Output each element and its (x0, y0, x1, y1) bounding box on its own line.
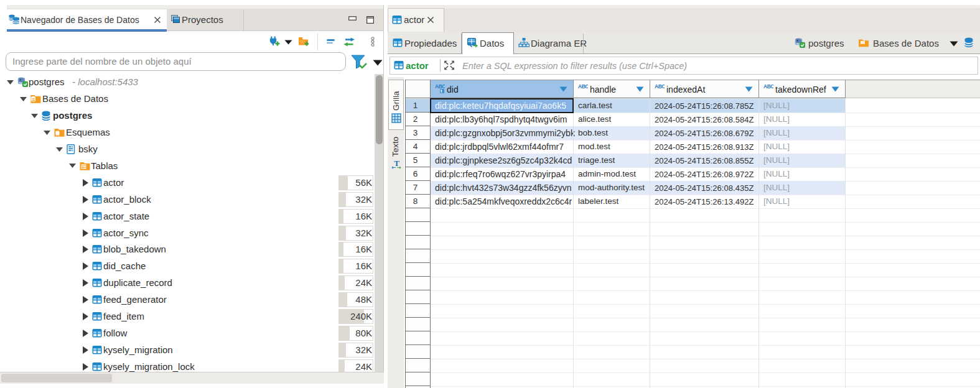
svg-text:ABC: ABC (763, 84, 773, 90)
svg-text:ABC: ABC (655, 84, 665, 90)
svg-text:T: T (394, 159, 399, 168)
svg-text:ABC: ABC (578, 84, 588, 90)
svg-text:ABC: ABC (435, 84, 445, 90)
